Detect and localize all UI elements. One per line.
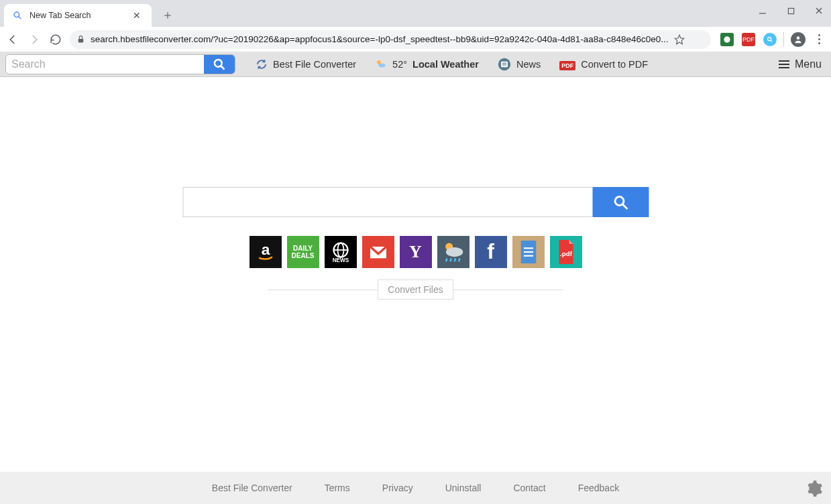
forward-button[interactable] xyxy=(27,32,42,47)
svg-line-34 xyxy=(454,259,455,262)
svg-line-1 xyxy=(19,17,21,19)
svg-point-13 xyxy=(797,36,800,40)
footer: Best File Converter Terms Privacy Uninst… xyxy=(0,472,831,504)
back-button[interactable] xyxy=(5,32,20,47)
toolbar-link-label: Best File Converter xyxy=(273,59,356,70)
toolbar-links: Best File Converter 52° Local Weather Ne… xyxy=(256,58,648,71)
extension-icons: PDF xyxy=(720,33,777,46)
main-content: a DAILY DEALS NEWS Y f .pdf Convert File… xyxy=(0,77,831,504)
window-close-button[interactable] xyxy=(811,3,827,19)
quick-link-tiles: a DAILY DEALS NEWS Y f .pdf xyxy=(250,236,582,268)
lock-icon xyxy=(76,35,85,44)
omnibox[interactable]: search.hbestfileconverter.com/?uc=201902… xyxy=(70,30,711,49)
browser-tab[interactable]: New Tab Search ✕ xyxy=(4,4,152,27)
svg-point-10 xyxy=(724,36,730,42)
tab-title: New Tab Search xyxy=(30,11,123,20)
chrome-menu-button[interactable] xyxy=(812,34,826,44)
browser-tab-strip: New Tab Search ✕ xyxy=(0,0,831,27)
extension-search-icon[interactable] xyxy=(763,33,777,46)
svg-line-32 xyxy=(445,259,447,262)
svg-point-14 xyxy=(215,60,222,67)
window-controls xyxy=(755,3,827,19)
search-icon xyxy=(12,10,23,21)
toolbar-link-bfc[interactable]: Best File Converter xyxy=(256,58,356,70)
pdf-icon: PDF xyxy=(559,59,575,70)
maximize-button[interactable] xyxy=(783,3,799,19)
footer-link-bfc[interactable]: Best File Converter xyxy=(212,483,292,493)
tile-facebook[interactable]: f xyxy=(475,236,507,268)
toolbar-search-button[interactable] xyxy=(204,55,235,74)
svg-line-12 xyxy=(771,40,772,42)
svg-rect-5 xyxy=(788,8,793,13)
weather-label: Local Weather xyxy=(412,59,479,70)
svg-line-23 xyxy=(622,204,627,209)
toolbar-search-input[interactable] xyxy=(6,55,204,74)
svg-text:a: a xyxy=(261,241,270,258)
svg-point-0 xyxy=(14,12,19,17)
reload-button[interactable] xyxy=(48,32,63,47)
svg-rect-8 xyxy=(78,39,84,42)
footer-link-contact[interactable]: Contact xyxy=(513,483,545,493)
main-search-input[interactable] xyxy=(182,187,592,217)
svg-point-11 xyxy=(768,37,771,40)
tile-weather[interactable] xyxy=(437,236,469,268)
toolbar-link-weather[interactable]: 52° Local Weather xyxy=(375,58,479,70)
tile-yahoo[interactable]: Y xyxy=(400,236,432,268)
extension-toolbar: Best File Converter 52° Local Weather Ne… xyxy=(0,52,831,77)
footer-link-terms[interactable]: Terms xyxy=(325,483,350,493)
menu-label: Menu xyxy=(795,58,822,70)
svg-point-17 xyxy=(378,64,386,68)
toolbar-link-news[interactable]: News xyxy=(498,58,541,71)
toolbar-link-pdf[interactable]: PDF Convert to PDF xyxy=(559,59,648,70)
close-icon[interactable]: ✕ xyxy=(130,9,144,22)
refresh-icon xyxy=(256,58,268,70)
footer-link-uninstall[interactable]: Uninstall xyxy=(445,483,482,493)
convert-files-row: Convert Files xyxy=(268,279,563,300)
toolbar-link-label: Convert to PDF xyxy=(581,59,648,70)
weather-temp: 52° xyxy=(392,59,407,70)
gear-icon[interactable] xyxy=(806,480,823,497)
convert-files-button[interactable]: Convert Files xyxy=(378,279,453,300)
new-tab-button[interactable] xyxy=(158,6,177,25)
extension-pdf-icon[interactable]: PDF xyxy=(742,33,755,46)
profile-avatar[interactable] xyxy=(791,32,806,47)
svg-marker-9 xyxy=(675,35,683,44)
hamburger-icon xyxy=(779,60,789,68)
divider-line xyxy=(268,290,378,290)
news-icon xyxy=(498,58,511,71)
svg-point-31 xyxy=(445,247,462,257)
tile-daily-deals[interactable]: DAILY DEALS xyxy=(287,236,319,268)
browser-address-row: search.hbestfileconverter.com/?uc=201902… xyxy=(0,27,831,52)
minimize-button[interactable] xyxy=(755,3,771,19)
bookmark-star-icon[interactable] xyxy=(674,34,685,45)
url-text: search.hbestfileconverter.com/?uc=201902… xyxy=(91,34,669,44)
svg-line-15 xyxy=(221,66,225,70)
tile-amazon[interactable]: a xyxy=(250,236,282,268)
svg-line-33 xyxy=(450,259,451,262)
tile-docs[interactable] xyxy=(512,236,545,268)
divider-line xyxy=(453,290,563,290)
footer-link-feedback[interactable]: Feedback xyxy=(578,483,619,493)
svg-line-35 xyxy=(458,259,459,262)
svg-text:.pdf: .pdf xyxy=(560,250,573,257)
main-search xyxy=(182,187,649,217)
toolbar-link-label: News xyxy=(516,59,541,70)
tile-pdf[interactable]: .pdf xyxy=(550,236,582,268)
tile-news[interactable]: NEWS xyxy=(325,236,357,268)
toolbar-search xyxy=(5,54,235,74)
extension-icon-1[interactable] xyxy=(720,33,734,46)
weather-icon xyxy=(375,58,387,70)
separator xyxy=(783,32,784,47)
tile-gmail[interactable] xyxy=(362,236,394,268)
toolbar-menu-button[interactable]: Menu xyxy=(779,58,822,70)
main-search-button[interactable] xyxy=(592,187,649,217)
footer-link-privacy[interactable]: Privacy xyxy=(382,483,413,493)
svg-rect-19 xyxy=(501,62,508,67)
svg-text:NEWS: NEWS xyxy=(332,257,349,263)
svg-point-22 xyxy=(615,196,624,205)
